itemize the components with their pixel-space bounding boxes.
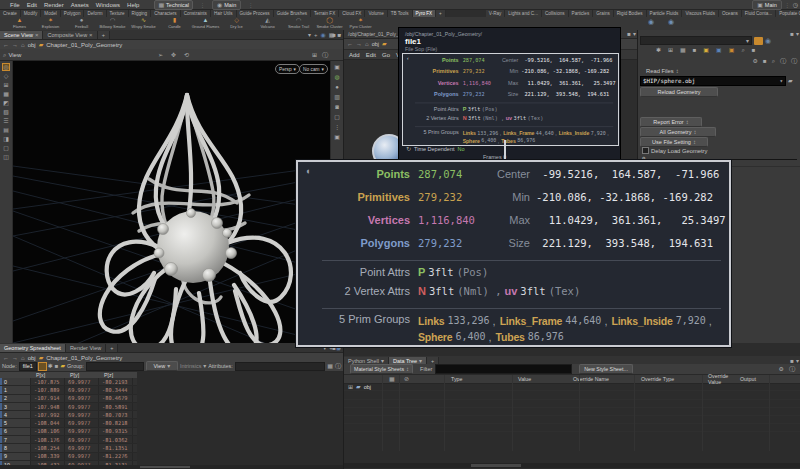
info-icon[interactable]: ⓘ [335, 363, 341, 369]
shelf-tab[interactable]: Guide Brushes [274, 10, 311, 17]
back-icon[interactable]: ← [3, 42, 9, 48]
new-tab-button[interactable]: + [98, 31, 110, 39]
maximize-icon[interactable]: ■ [627, 31, 631, 37]
link-icon[interactable]: ◉ [765, 37, 771, 44]
menu-help[interactable]: Help [127, 2, 139, 8]
pin-button[interactable] [754, 37, 763, 45]
stylesheet-type-dropdown[interactable]: Material Style Sheets↕ [350, 364, 413, 374]
menu-assets[interactable]: Assets [71, 2, 89, 8]
shelf-tab[interactable]: Grains [593, 10, 614, 17]
add-icon[interactable]: + [314, 32, 318, 38]
viewport-tool-icon[interactable]: ◩ [3, 100, 9, 106]
camera-select-button[interactable]: No cam▾ [299, 64, 328, 74]
node-selector-field[interactable]: ▾ [640, 36, 752, 45]
table-row[interactable]: 1 -107.889 69.9977 -80.3444 [0, 386, 137, 394]
shelf-tab[interactable]: Hair Utils [211, 10, 237, 17]
gear-icon[interactable]: ⚙ [779, 366, 784, 372]
bookmark-icon[interactable]: ▣ [703, 47, 709, 53]
shelf-tab[interactable]: Oceans [719, 10, 742, 17]
shelf-tab[interactable]: Pyro FX [413, 10, 437, 17]
box-icon[interactable]: ▦ [680, 47, 686, 53]
scrollbar-thumb[interactable] [140, 466, 190, 468]
column-header[interactable]: Value [511, 376, 566, 382]
node-name-field[interactable]: file1 [19, 362, 37, 371]
menu-file[interactable]: File [10, 2, 20, 8]
file-chooser-icon[interactable]: ▰ [788, 78, 793, 84]
back-icon[interactable]: ← [347, 41, 353, 47]
search-icon[interactable]: ⌕ [772, 58, 775, 64]
shelf-tool[interactable]: ● Fireball [66, 17, 97, 30]
back-icon[interactable]: ← [3, 355, 9, 361]
shelf-tool[interactable]: ◠ Billowy Smoke [97, 17, 128, 30]
breadcrumb-root[interactable]: obj [28, 355, 36, 361]
shelf-tool[interactable]: ◭ Volcano [252, 17, 283, 30]
maximize-icon[interactable]: ■ [790, 31, 794, 37]
shelf-tab[interactable]: Collisions [542, 10, 569, 17]
breadcrumb-node[interactable]: Chapter_01_Poly_Geometry [46, 42, 122, 48]
shelf-tab[interactable]: Rigging [129, 10, 152, 17]
technical-toggle[interactable]: ▦Technical [154, 0, 193, 10]
shelf-tool[interactable]: ▲ Ground Flames [190, 17, 221, 30]
gear-icon[interactable]: ⚙ [753, 58, 758, 64]
tab-render-view[interactable]: Render View [66, 344, 106, 352]
handle-dots[interactable]: ⋮ [248, 2, 253, 8]
info-icon[interactable]: ⓘ [791, 58, 797, 64]
rotate-tool-icon[interactable]: ⟲ [184, 52, 189, 58]
load-dropdown[interactable]: All Geometry↕ [640, 127, 716, 137]
expand-icon[interactable]: ⊞ [348, 384, 353, 390]
table-row[interactable]: 9 -108.339 69.9977 -81.2276 [0, 453, 137, 461]
breadcrumb-root[interactable]: obj [28, 42, 36, 48]
tab-scene-view[interactable]: Scene View× [0, 31, 43, 39]
handle-dots[interactable]: ⋮ [200, 2, 205, 8]
layout-icon[interactable]: ▦ [329, 32, 335, 38]
tree-row-obj[interactable]: ⊞ ▰ obj [344, 383, 800, 391]
breadcrumb-root[interactable]: obj [372, 41, 379, 47]
close-icon[interactable]: × [35, 32, 39, 38]
shelf-tool[interactable]: ∿ Wispy Smoke [128, 17, 159, 30]
table-row[interactable]: 3 -107.948 69.9977 -80.5891 [0, 403, 137, 411]
shelf-tool[interactable]: ✶ Pyro Cluster [345, 17, 376, 30]
shelf-tab[interactable]: Rigid Bodies [614, 10, 647, 17]
shelf-tool[interactable]: ▲ Flames [4, 17, 35, 30]
shelf-tab[interactable]: Terrain FX [311, 10, 339, 17]
preset-icon[interactable]: ▣ [716, 47, 722, 53]
shelf-tab[interactable]: Create [0, 10, 21, 17]
folder-icon[interactable]: ▰ [60, 363, 65, 369]
menu-go[interactable]: Go [382, 52, 390, 58]
tab-geometry-spreadsheet[interactable]: Geometry Spreadsheet [0, 344, 66, 352]
shelf-tool[interactable]: ◇ Dry Ice [221, 17, 252, 30]
table-row[interactable]: 2 -107.914 69.9977 -80.4679 [0, 395, 137, 403]
breadcrumb-node[interactable]: Chapter_01_Poly_Geometry [46, 355, 122, 361]
forward-icon[interactable]: → [12, 42, 18, 48]
missing-file-dropdown[interactable]: Report Error↕ [640, 117, 702, 127]
shelf-tab[interactable]: Lights and C... [505, 10, 542, 17]
grid-icon[interactable]: ▦ [327, 363, 333, 369]
forward-icon[interactable]: → [356, 41, 362, 47]
display-option-icon[interactable]: ◙ [335, 104, 339, 110]
view-dropdown[interactable]: View▾ [146, 361, 178, 371]
select-tool-icon[interactable]: ➢ [158, 52, 163, 58]
shelf-tab[interactable]: Model [41, 10, 61, 17]
copy-icon[interactable]: ⊞ [668, 47, 673, 53]
intrinsics-dropdown[interactable]: Intrinsics ▾ [180, 363, 206, 369]
table-row[interactable]: 8 -108.254 69.9977 -81.1351 [0, 444, 137, 452]
table-row[interactable]: 0 -107.875 69.9977 -80.2193 [0, 378, 137, 386]
shelf-tab[interactable]: Polygon [61, 10, 85, 17]
new-style-sheet-button[interactable]: New Style Sheet... [579, 364, 633, 374]
new-tab-button[interactable]: + [106, 344, 118, 352]
shelf-tab[interactable]: Guide Process [237, 10, 274, 17]
search-icon[interactable]: ⌕ [741, 47, 744, 53]
viewport-tool-icon[interactable]: ◇ [4, 73, 9, 79]
wrench-icon[interactable]: ✱ [656, 47, 661, 53]
box-icon[interactable]: ■ [693, 47, 697, 53]
shelf-tab[interactable]: Cloud FX [339, 10, 365, 17]
viewport-3d[interactable]: Persp▾ No cam▾ [13, 61, 330, 343]
path-dropdown-icon[interactable]: ▾ [308, 32, 311, 38]
geometry-file-field[interactable]: $HIP/sphere.obj▾ [640, 76, 786, 86]
reload-geometry-button[interactable]: Reload Geometry [640, 87, 718, 97]
horizontal-scrollbar[interactable] [0, 465, 343, 469]
clock-icon[interactable]: ◷ [793, 2, 798, 8]
attributes-input[interactable] [235, 362, 325, 371]
viewport-tool-icon[interactable]: ☰ [3, 118, 8, 124]
fluid-tool-icon[interactable]: ◉ [648, 18, 654, 25]
